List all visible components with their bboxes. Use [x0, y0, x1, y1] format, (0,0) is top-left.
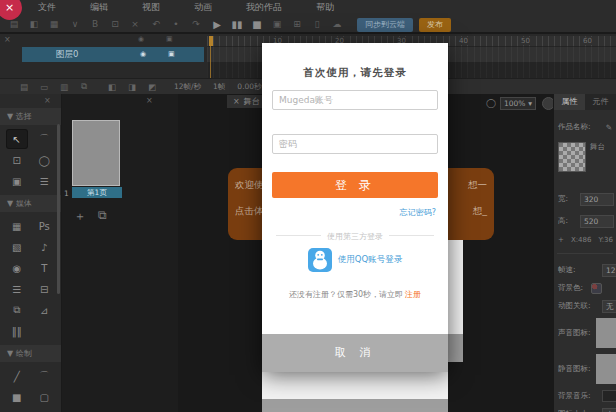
background-music-field[interactable]: [602, 390, 616, 402]
save-icon[interactable]: ▦: [48, 15, 60, 34]
qq-penguin-icon[interactable]: [308, 248, 332, 272]
line-tool[interactable]: ╱: [7, 367, 27, 385]
layer-lock-icon[interactable]: ▣: [168, 47, 175, 62]
audio-tool[interactable]: ♪: [34, 238, 54, 256]
pages-panel-close-icon[interactable]: ×: [146, 96, 153, 105]
duplicate-frame-icon[interactable]: ⧉: [78, 81, 90, 92]
preview-icon[interactable]: ▣: [271, 15, 283, 34]
onion-skin-icon[interactable]: ◧: [106, 82, 118, 92]
layer-row[interactable]: 图层0 ◉ ▣: [22, 47, 204, 62]
rounded-rect-tool[interactable]: ▢: [34, 388, 54, 406]
pause-icon[interactable]: ▮▮: [231, 15, 243, 34]
page-thumbnail[interactable]: [72, 120, 120, 186]
layer-eye-icon[interactable]: ◉: [140, 47, 146, 62]
menu-my-works[interactable]: 我的作品: [246, 1, 282, 14]
clip-icon[interactable]: ⊡: [109, 15, 121, 34]
section-header-select[interactable]: ▼ 选择: [0, 108, 61, 125]
delete-icon[interactable]: ×: [129, 15, 141, 34]
add-page-button[interactable]: ＋: [74, 208, 86, 225]
paste-icon[interactable]: ∨: [69, 15, 81, 34]
image-tool[interactable]: ▧: [7, 238, 27, 256]
sync-to-cloud-button[interactable]: 同步到云端: [357, 18, 413, 32]
menu-bar: 文件编辑视图动画我的作品帮助: [0, 0, 616, 15]
photoshop-tool[interactable]: Ps: [34, 217, 54, 235]
transform-tool[interactable]: ▣: [7, 172, 27, 190]
cancel-button[interactable]: 取 消: [262, 334, 448, 372]
grid-media-tool[interactable]: ▦: [7, 217, 27, 235]
tool-panel-close-icon[interactable]: ×: [44, 96, 51, 105]
width-input[interactable]: 320: [580, 193, 614, 206]
section-header-draw[interactable]: ▼ 绘制: [0, 345, 61, 362]
stop-icon[interactable]: ■: [251, 15, 263, 34]
login-button[interactable]: 登 录: [272, 172, 438, 198]
zoom-level-dropdown[interactable]: 100% ▾: [500, 97, 536, 110]
password-input[interactable]: 密码: [272, 134, 438, 154]
stage-canvas-bottom: [262, 372, 448, 399]
gif-link-input[interactable]: 无: [602, 300, 616, 313]
new-keyframe-icon[interactable]: ▤: [18, 82, 30, 92]
text-tool[interactable]: T: [34, 259, 54, 277]
undo-icon[interactable]: ↶: [150, 15, 162, 34]
code-tool[interactable]: ⧉: [7, 301, 27, 319]
mute-icon-image-box[interactable]: [596, 354, 616, 384]
menu-animation[interactable]: 动画: [194, 1, 212, 14]
height-input[interactable]: 520: [580, 215, 614, 228]
frame-rate-input[interactable]: 12: [602, 264, 616, 277]
play-icon[interactable]: ▶: [211, 15, 223, 34]
page-thumbnail-label[interactable]: 第1页: [72, 187, 122, 198]
barcode-tool[interactable]: ‖‖: [7, 322, 27, 340]
menu-file[interactable]: 文件: [38, 1, 56, 14]
new-folder-icon[interactable]: ▭: [38, 82, 50, 92]
history-icon[interactable]: •: [170, 15, 182, 34]
stage-transparency-swatch[interactable]: [558, 142, 586, 172]
register-link[interactable]: 注册: [405, 290, 421, 299]
icon-size-input[interactable]: 小: [602, 408, 616, 412]
forgot-password-link[interactable]: 忘记密码?: [274, 207, 436, 218]
account-input[interactable]: Mugeda账号: [272, 90, 438, 110]
mobile-preview-icon[interactable]: ▯: [311, 15, 323, 34]
board-tool[interactable]: ⊟: [34, 280, 54, 298]
lock-column-lock-icon[interactable]: ▣: [166, 35, 173, 43]
qr-code-icon[interactable]: ⊞: [291, 15, 303, 34]
sound-icon-image-box[interactable]: [596, 318, 616, 348]
menu-help[interactable]: 帮助: [316, 1, 334, 14]
position-y-value: Y:36: [598, 236, 613, 244]
delete-frame-icon[interactable]: ▥: [58, 82, 70, 92]
marquee-tool[interactable]: ⊡: [7, 151, 27, 169]
edit-name-icon[interactable]: ✎: [606, 123, 612, 132]
qq-login-label[interactable]: 使用QQ账号登录: [338, 254, 402, 266]
menu-edit[interactable]: 编辑: [90, 1, 108, 14]
redo-icon[interactable]: ↷: [190, 15, 202, 34]
background-color-picker[interactable]: [591, 283, 602, 294]
select-tool[interactable]: ↖: [7, 130, 27, 148]
brush-icon[interactable]: B: [89, 15, 101, 34]
lasso-tool[interactable]: ⌒: [34, 130, 54, 148]
export-page-button[interactable]: ⧉: [98, 208, 107, 225]
video-tool[interactable]: ◉: [7, 259, 27, 277]
arc-tool[interactable]: ⌒: [34, 367, 54, 385]
cloud-icon[interactable]: ☁: [331, 15, 343, 34]
stage-canvas-right-gray-band: [446, 334, 463, 362]
rect-tool[interactable]: ■: [7, 388, 27, 406]
menu-view[interactable]: 视图: [142, 1, 160, 14]
multi-frame-icon[interactable]: ◨: [126, 82, 138, 92]
list-tool[interactable]: ☰: [7, 280, 27, 298]
edit-frames-icon[interactable]: ◩: [146, 82, 158, 92]
playhead-marker[interactable]: [209, 36, 213, 46]
expand-position-icon[interactable]: +: [558, 236, 564, 244]
publish-button[interactable]: 发布: [419, 18, 451, 32]
zoom-tool[interactable]: ◯: [34, 151, 54, 169]
stage-tab-close-icon[interactable]: ×: [233, 97, 240, 106]
import-icon[interactable]: ◧: [28, 15, 40, 34]
stage-tab[interactable]: × 舞台: [227, 95, 266, 108]
adjust-tool[interactable]: ☰: [34, 172, 54, 190]
visibility-column-eye-icon[interactable]: ◉: [138, 35, 144, 43]
zoom-magnifier-icon[interactable]: ◯: [486, 98, 496, 109]
timeline-close-icon[interactable]: ×: [4, 35, 11, 44]
tool-panel-scrollbar[interactable]: [57, 124, 60, 294]
chart-tool[interactable]: ⊿: [34, 301, 54, 319]
section-header-media[interactable]: ▼ 媒体: [0, 195, 61, 212]
qq-login-row[interactable]: 使用QQ账号登录: [262, 248, 448, 272]
tab-components[interactable]: 元件: [585, 94, 616, 110]
tab-properties[interactable]: 属性: [554, 94, 585, 110]
